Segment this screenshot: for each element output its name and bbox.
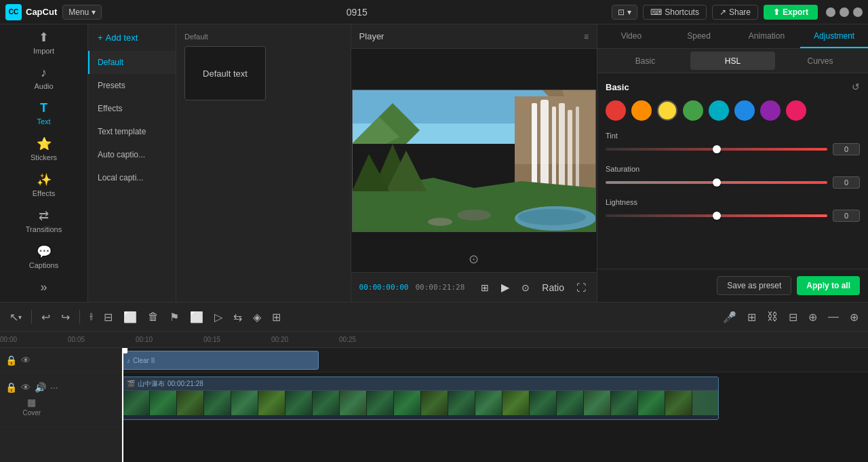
split-button-3[interactable]: ⬜ (119, 308, 141, 326)
tool-import[interactable]: ⬆ Import (0, 24, 87, 60)
grid-icon: ⊞ (481, 282, 489, 293)
lock-icon-audio[interactable]: 🔒 (5, 355, 17, 366)
delete-button[interactable]: 🗑 (144, 308, 163, 326)
color-circle-red[interactable] (606, 100, 626, 121)
lightness-thumb[interactable] (713, 212, 721, 220)
fullscreen-button[interactable]: ⛶ (574, 281, 589, 294)
lightness-slider-container (606, 210, 860, 222)
sidebar-item-text-template[interactable]: Text template (88, 120, 176, 143)
player-area: Player ≡ (351, 24, 597, 302)
tb-split-audio[interactable]: ⊟ (785, 308, 802, 326)
tb-link-button[interactable]: ⛓ (763, 308, 782, 326)
tint-thumb[interactable] (713, 145, 721, 153)
video-thumb-15 (502, 391, 530, 415)
reset-button[interactable]: ↺ (852, 81, 860, 92)
monitor-button[interactable]: ⊡ ▾ (612, 5, 637, 20)
minimize-button[interactable] (826, 7, 835, 17)
color-circle-yellow[interactable] (657, 100, 677, 121)
split-h-icon: ⊟ (104, 311, 113, 324)
music-icon: ♪ (127, 357, 130, 364)
tool-text[interactable]: T Text (0, 96, 87, 131)
lock-icon-video[interactable]: 🔒 (5, 382, 17, 393)
color-circle-orange[interactable] (631, 100, 652, 121)
text-sidebar: + Add text Default Presets Effects Text … (88, 24, 176, 302)
default-preset-card[interactable]: Default text (184, 46, 266, 100)
save-preset-button[interactable]: Save as preset (717, 276, 791, 295)
eye-icon-video[interactable]: 👁 (21, 382, 31, 393)
sidebar-item-presets[interactable]: Presets (88, 74, 176, 97)
color-circle-cyan[interactable] (709, 100, 729, 121)
tint-input[interactable] (833, 143, 860, 155)
color-circle-purple[interactable] (760, 100, 781, 121)
sidebar-item-local-captions[interactable]: Local capti... (88, 166, 176, 189)
volume-icon-video[interactable]: 🔊 (35, 382, 46, 393)
sidebar-item-default[interactable]: Default (88, 51, 176, 74)
tb-copy[interactable]: ⊕ (804, 308, 821, 326)
screen-fit-button[interactable]: ⊙ (519, 281, 532, 294)
saturation-track[interactable] (606, 181, 827, 184)
lightness-track[interactable] (606, 214, 827, 217)
tint-track[interactable] (606, 148, 827, 151)
tb-minus[interactable]: — (824, 308, 843, 326)
tool-effects[interactable]: ✨ Effects (0, 167, 87, 203)
undo-icon: ↩ (41, 311, 50, 324)
sidebar-item-auto-captions[interactable]: Auto captio... (88, 143, 176, 166)
sidebar-item-effects[interactable]: Effects (88, 97, 176, 120)
tool-more[interactable]: » (0, 275, 87, 300)
close-button[interactable] (853, 7, 863, 17)
video-thumb-3 (177, 391, 204, 415)
video-thumb-1 (123, 391, 150, 415)
apply-all-button[interactable]: Apply to all (797, 276, 860, 295)
add-timeline-button[interactable]: ⊕ (846, 308, 863, 326)
tool-audio[interactable]: ♪ Audio (0, 60, 87, 96)
split-button-1[interactable]: ⫲ (85, 308, 97, 326)
video-clip[interactable]: 🎬 山中瀑布 00:00:21:28 (122, 377, 719, 420)
play-toolbar-button[interactable]: ▷ (210, 308, 226, 326)
tab-animation[interactable]: Animation (733, 24, 801, 48)
adj-tab-curves[interactable]: Curves (778, 52, 863, 70)
shortcuts-button[interactable]: ⌨ Shortcuts (643, 5, 707, 20)
tool-stickers[interactable]: ⭐ Stickers (0, 131, 87, 167)
redo-button[interactable]: ↪ (57, 308, 74, 326)
share-button[interactable]: ↗ Share (712, 5, 758, 20)
adj-tab-basic[interactable]: Basic (603, 52, 688, 70)
audio-icon: ♪ (41, 66, 47, 80)
transform-button[interactable]: ◈ (249, 308, 265, 326)
player-menu-icon[interactable]: ≡ (584, 32, 589, 41)
eye-icon-audio[interactable]: 👁 (21, 355, 31, 366)
export-button[interactable]: ⬆ Export (764, 5, 818, 20)
select-tool-button[interactable]: ↖ ▾ (5, 308, 26, 326)
adjustment-content: Basic ↺ Tint (597, 73, 868, 269)
undo-button[interactable]: ↩ (37, 308, 54, 326)
add-text-button[interactable]: + Add text (88, 24, 176, 51)
play-button[interactable]: ▶ (498, 280, 512, 295)
monitor-icon: ⊡ (618, 7, 625, 17)
flip-button[interactable]: ⇆ (229, 308, 246, 326)
split-button-2[interactable]: ⊟ (100, 308, 117, 326)
grid-view-button[interactable]: ⊞ (478, 281, 492, 294)
crop-icon: ⬜ (190, 311, 203, 324)
color-circle-blue[interactable] (734, 100, 755, 121)
tb-group-1[interactable]: ⊞ (743, 308, 760, 326)
color-circle-green[interactable] (683, 100, 703, 121)
color-circle-magenta[interactable] (786, 100, 806, 121)
crop-button[interactable]: ⬜ (186, 308, 208, 326)
crop2-button[interactable]: ⊞ (268, 308, 285, 326)
audio-clip[interactable]: ♪ Clear II (122, 351, 319, 370)
saturation-thumb[interactable] (713, 178, 721, 187)
transform-icon: ◈ (253, 311, 261, 324)
saturation-input[interactable] (833, 176, 860, 189)
tool-transitions[interactable]: ⇄ Transitions (0, 203, 87, 239)
lightness-input[interactable] (833, 210, 860, 222)
mark-button[interactable]: ⚑ (165, 308, 183, 326)
tool-captions[interactable]: 💬 Captions (0, 239, 87, 275)
tab-adjustment[interactable]: Adjustment (800, 24, 868, 48)
tab-video[interactable]: Video (597, 24, 665, 48)
more-icon-video[interactable]: ··· (50, 382, 58, 393)
maximize-button[interactable] (840, 7, 849, 17)
tab-speed[interactable]: Speed (665, 24, 733, 48)
menu-button[interactable]: Menu ▾ (62, 5, 102, 20)
adj-tab-hsl[interactable]: HSL (690, 52, 775, 70)
ratio-button[interactable]: Ratio (539, 281, 567, 294)
mic-button[interactable]: 🎤 (719, 308, 741, 326)
